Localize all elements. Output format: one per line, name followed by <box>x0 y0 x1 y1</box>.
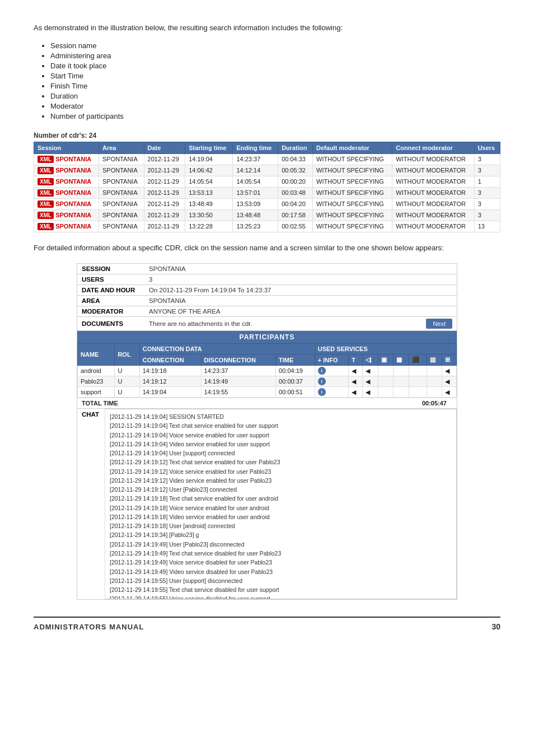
cell-default-mod: WITHOUT SPECIFYING <box>313 198 392 209</box>
chat-log-line: [2012-11-29 14:19:12] Voice service enab… <box>110 467 452 476</box>
chat-log-line: [2012-11-29 14:19:04] User [support] con… <box>110 449 452 458</box>
session-link[interactable]: SPONTANIA <box>55 178 91 185</box>
participant-row: android U 14:19:18 14:23:37 00:04:19 i ◀… <box>78 366 457 376</box>
table-row: XML SPONTANIA SPONTANIA 2012-11-29 14:19… <box>34 153 500 165</box>
detail-intro-paragraph: For detailed information about a specifi… <box>34 242 500 254</box>
next-button[interactable]: Next <box>426 319 452 329</box>
svc-wboard <box>409 366 427 376</box>
cell-session[interactable]: XML SPONTANIA <box>34 209 99 221</box>
xml-badge: XML <box>38 189 54 197</box>
cell-end: 14:12:14 <box>233 165 278 176</box>
th-disconnection: DISCONNECTION <box>201 354 276 366</box>
participant-name: android <box>78 366 115 376</box>
svc-rec <box>427 387 442 398</box>
cell-duration: 00:03:48 <box>278 187 313 198</box>
participant-info[interactable]: i <box>315 387 348 398</box>
cell-start: 13:48:49 <box>185 198 233 209</box>
cell-session[interactable]: XML SPONTANIA <box>34 187 99 198</box>
svc-audio: ◀ <box>362 366 378 376</box>
moderator-value: ANYONE OF THE AREA <box>149 308 221 315</box>
session-link[interactable]: SPONTANIA <box>55 167 91 174</box>
table-row: XML SPONTANIA SPONTANIA 2012-11-29 13:22… <box>34 221 500 232</box>
table-row: XML SPONTANIA SPONTANIA 2012-11-29 13:48… <box>34 198 500 209</box>
th-svc3: ▣ <box>378 354 394 366</box>
participant-info[interactable]: i <box>315 366 348 376</box>
th-svc7: ⊞ <box>442 354 457 366</box>
cell-date: 2012-11-29 <box>144 221 185 232</box>
moderator-label: MODERATOR <box>82 308 149 315</box>
svc-video <box>378 376 394 387</box>
cell-start: 13:22:28 <box>185 221 233 232</box>
documents-row: DOCUMENTS There are no attachments in th… <box>77 317 457 331</box>
cell-area: SPONTANIA <box>99 221 144 232</box>
cell-date: 2012-11-29 <box>144 165 185 176</box>
chat-log-line: [2012-11-29 14:19:18] Video service enab… <box>110 512 452 521</box>
cell-area: SPONTANIA <box>99 187 144 198</box>
svc-rec <box>427 366 442 376</box>
cell-duration: 00:02:55 <box>278 221 313 232</box>
session-link[interactable]: SPONTANIA <box>55 212 91 218</box>
table-row: XML SPONTANIA SPONTANIA 2012-11-29 14:06… <box>34 165 500 176</box>
svc-t: ◀ <box>349 366 363 376</box>
session-link[interactable]: SPONTANIA <box>55 189 91 196</box>
cell-start: 13:30:50 <box>185 209 233 221</box>
xml-badge: XML <box>38 212 54 219</box>
xml-badge: XML <box>38 200 54 208</box>
cell-users: 3 <box>474 165 500 176</box>
cell-default-mod: WITHOUT SPECIFYING <box>313 187 392 198</box>
cell-users: 13 <box>474 221 500 232</box>
chat-log-line: [2012-11-29 14:19:04] Video service enab… <box>110 440 452 449</box>
total-time-label: TOTAL TIME <box>82 400 149 407</box>
participant-connection: 14:19:12 <box>139 376 201 387</box>
session-link[interactable]: SPONTANIA <box>55 156 91 162</box>
session-link[interactable]: SPONTANIA <box>55 223 91 230</box>
participant-connection: 14:19:18 <box>139 366 201 376</box>
session-label: SESSION <box>82 265 149 272</box>
participant-name: support <box>78 387 115 398</box>
participant-time: 00:04:19 <box>276 366 315 376</box>
chat-log-line: [2012-11-29 14:19:04] Voice service enab… <box>110 431 452 440</box>
feature-list: Session name Administering area Date it … <box>50 41 500 120</box>
session-link[interactable]: SPONTANIA <box>55 200 91 207</box>
col-session: Session <box>34 142 99 153</box>
cell-default-mod: WITHOUT SPECIFYING <box>313 153 392 165</box>
th-rol: ROL <box>115 344 139 366</box>
th-info: + INFO <box>315 354 348 366</box>
info-icon: i <box>318 377 326 385</box>
cell-session[interactable]: XML SPONTANIA <box>34 165 99 176</box>
cell-connect-mod: WITHOUT MODERATOR <box>392 198 474 209</box>
cell-end: 14:05:54 <box>233 176 278 187</box>
list-item: Administering area <box>50 52 500 60</box>
th-time: TIME <box>276 354 315 366</box>
participants-table: NAME ROL CONNECTION DATA USED SERVICES C… <box>77 343 457 398</box>
participant-disconnection: 14:23:37 <box>201 366 276 376</box>
cell-session[interactable]: XML SPONTANIA <box>34 176 99 187</box>
cell-session[interactable]: XML SPONTANIA <box>34 198 99 209</box>
cell-end: 13:48:48 <box>233 209 278 221</box>
chat-log-line: [2012-11-29 14:19:49] Video service disa… <box>110 567 452 576</box>
cell-duration: 00:04:33 <box>278 153 313 165</box>
th-svc2: ◁| <box>362 354 378 366</box>
list-item: Start Time <box>50 72 500 80</box>
chat-log-line: [2012-11-29 14:19:18] User [android] con… <box>110 521 452 530</box>
session-row: SESSION SPONTANIA <box>77 264 457 274</box>
cell-session[interactable]: XML SPONTANIA <box>34 153 99 165</box>
cell-connect-mod: WITHOUT MODERATOR <box>392 221 474 232</box>
cell-session[interactable]: XML SPONTANIA <box>34 221 99 232</box>
participant-name: Pablo23 <box>78 376 115 387</box>
chat-log[interactable]: [2012-11-29 14:19:04] SESSION STARTED[20… <box>105 409 457 599</box>
cell-date: 2012-11-29 <box>144 187 185 198</box>
svc-video <box>378 366 394 376</box>
cell-start: 13:53:13 <box>185 187 233 198</box>
cell-connect-mod: WITHOUT MODERATOR <box>392 187 474 198</box>
chat-log-line: [2012-11-29 14:19:04] SESSION STARTED <box>110 412 452 421</box>
chat-log-line: [2012-11-29 14:19:12] User [Pablo23] con… <box>110 485 452 494</box>
participant-rol: U <box>115 366 139 376</box>
svc-t: ◀ <box>349 387 363 398</box>
th-connection-data: CONNECTION DATA <box>139 344 315 354</box>
info-icon: i <box>318 367 326 375</box>
cell-default-mod: WITHOUT SPECIFYING <box>313 209 392 221</box>
xml-badge: XML <box>38 156 54 163</box>
participant-info[interactable]: i <box>315 376 348 387</box>
cell-area: SPONTANIA <box>99 198 144 209</box>
